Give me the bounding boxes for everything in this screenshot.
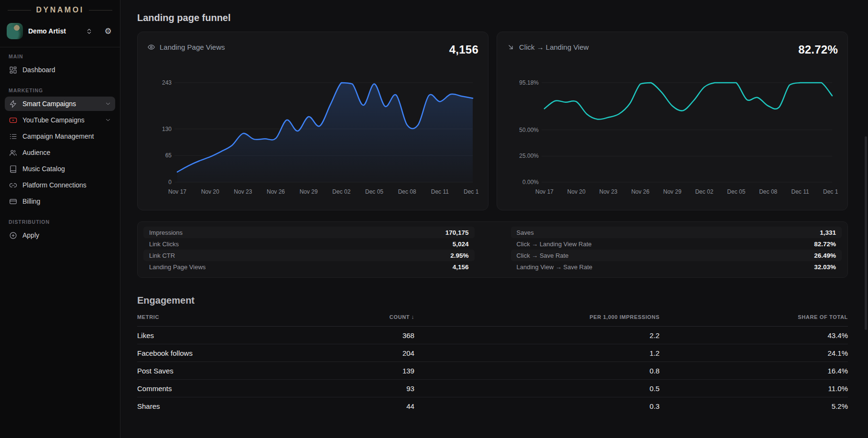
sidebar-item-dashboard[interactable]: Dashboard [5,63,115,77]
svg-text:Dec 05: Dec 05 [365,188,383,195]
landing-page-views-chart[interactable]: 243130650Nov 17Nov 20Nov 23Nov 26Nov 29D… [147,73,478,198]
metric-label: Click → Landing View Rate [517,241,592,248]
svg-text:Nov 29: Nov 29 [663,188,682,195]
sort-desc-icon: ↓ [411,314,414,320]
svg-text:Nov 26: Nov 26 [267,188,285,195]
card-title: Landing Page Views [160,43,225,51]
cell-share: 24.1% [660,344,848,362]
sidebar-item-audience[interactable]: Audience [5,145,115,160]
metric-label: Link Clicks [149,241,179,248]
profile-name: Demo Artist [28,27,66,35]
svg-text:Dec 08: Dec 08 [398,188,416,195]
sidebar-item-label: Campaign Management [22,132,94,140]
youtube-icon [9,116,17,124]
metric-value: 170,175 [445,229,469,236]
avatar[interactable] [7,23,23,39]
column-header-per-1000[interactable]: PER 1,000 IMPRESSIONS [414,314,660,327]
cell-per-1000: 1.2 [414,344,660,362]
sidebar-item-apply[interactable]: Apply [5,228,115,242]
table-row-post-saves: Post Saves 139 0.8 16.4% [137,362,848,380]
book-icon [9,164,17,173]
sidebar-item-billing[interactable]: Billing [5,194,115,208]
svg-text:25.00%: 25.00% [519,153,539,159]
cell-metric: Facebook follows [137,344,293,362]
cell-count: 139 [293,362,414,380]
funnel-metrics-panel: Impressions 170,175 Link Clicks 5,024 Li… [137,221,848,278]
svg-text:Nov 17: Nov 17 [168,188,186,195]
metric-value: 2.95% [450,252,468,259]
cell-count: 44 [293,397,414,415]
sidebar-item-youtube-campaigns[interactable]: YouTube Campaigns [5,113,115,127]
metric-label: Landing View → Save Rate [517,263,593,271]
chevrons-up-down-icon[interactable] [84,26,94,36]
gear-icon[interactable]: ⚙ [103,26,113,36]
metric-value: 26.49% [814,252,836,259]
click-landing-view-chart[interactable]: 95.18%50.00%25.00%0.00%Nov 17Nov 20Nov 2… [507,73,838,198]
metric-value: 5,024 [453,241,469,248]
column-header-metric[interactable]: METRIC [137,314,293,327]
cell-share: 5.2% [660,397,848,415]
area-chart[interactable]: 243130650Nov 17Nov 20Nov 23Nov 26Nov 29D… [147,73,478,198]
chevron-down-icon[interactable] [105,117,111,123]
cell-share: 43.4% [660,327,848,344]
nav-section-main: MAIN [5,54,115,59]
cell-share: 11.0% [660,380,848,397]
logo-text: DYNAMOI [36,6,84,14]
vertical-scrollbar[interactable] [865,136,867,330]
card-value: 82.72% [798,43,838,56]
metric-value: 32.03% [814,263,836,271]
cell-count: 368 [293,327,414,344]
cell-per-1000: 0.5 [414,380,660,397]
sidebar-item-label: Smart Campaigns [22,100,76,108]
sidebar-item-music-catalog[interactable]: Music Catalog [5,162,115,176]
svg-text:Nov 29: Nov 29 [300,188,318,195]
table-row-facebook-follows: Facebook follows 204 1.2 24.1% [137,344,848,362]
sidebar-item-platform-connections[interactable]: Platform Connections [5,178,115,192]
list-icon [9,132,17,141]
sidebar-item-campaign-management[interactable]: Campaign Management [5,129,115,143]
metric-row-link-clicks: Link Clicks 5,024 [143,238,475,250]
dashboard-grid-icon [9,66,17,74]
users-icon [9,148,17,157]
svg-text:0.00%: 0.00% [522,179,539,186]
line-chart[interactable]: 95.18%50.00%25.00%0.00%Nov 17Nov 20Nov 2… [507,73,838,198]
svg-text:Dec 11: Dec 11 [792,188,809,195]
sidebar-divider [0,47,120,47]
nav-section-distribution: DISTRIBUTION [5,219,115,225]
metric-value: 82.72% [814,241,836,248]
sidebar-item-label: Apply [22,231,39,239]
sidebar-item-label: Audience [22,149,50,156]
link-icon [9,181,17,189]
cell-per-1000: 2.2 [414,327,660,344]
svg-text:95.18%: 95.18% [519,79,539,86]
metric-row-landing-page-views: Landing Page Views 4,156 [143,261,475,273]
metric-row-link-ctr: Link CTR 2.95% [143,250,475,261]
bolt-icon [9,99,17,108]
metric-label: Landing Page Views [149,263,206,271]
arrow-down-right-icon [507,43,515,51]
logo-divider-right [89,10,112,11]
svg-text:Dec 08: Dec 08 [759,188,777,195]
svg-text:Dec 14: Dec 14 [823,188,838,195]
metric-row-impressions: Impressions 170,175 [143,227,475,238]
eye-icon [147,43,155,51]
cell-share: 16.4% [660,362,848,380]
page-title: Landing page funnel [137,12,848,23]
chevron-down-icon[interactable] [105,100,111,107]
svg-text:130: 130 [162,126,172,132]
column-header-share[interactable]: SHARE OF TOTAL [660,314,848,327]
metric-row-click-save-rate: Click → Save Rate 26.49% [511,250,842,261]
sidebar: DYNAMOI Demo Artist ⚙ MAIN Dashboard MAR… [0,0,120,438]
sidebar-item-smart-campaigns[interactable]: Smart Campaigns [5,97,115,111]
svg-text:Dec 02: Dec 02 [695,188,713,195]
landing-page-views-card: Landing Page Views 4,156 243130650Nov 17… [137,32,488,210]
svg-text:Nov 26: Nov 26 [631,188,650,195]
column-header-count[interactable]: COUNT↓ [293,314,414,327]
table-row-comments: Comments 93 0.5 11.0% [137,380,848,397]
engagement-table: METRIC COUNT↓ PER 1,000 IMPRESSIONS SHAR… [137,314,848,415]
sidebar-item-label: YouTube Campaigns [22,116,85,124]
logo-divider-left [8,10,31,11]
metric-row-click-landing-rate: Click → Landing View Rate 82.72% [511,238,842,250]
profile-switcher[interactable]: Demo Artist ⚙ [5,22,115,41]
card-title: Click → Landing View [519,43,589,51]
